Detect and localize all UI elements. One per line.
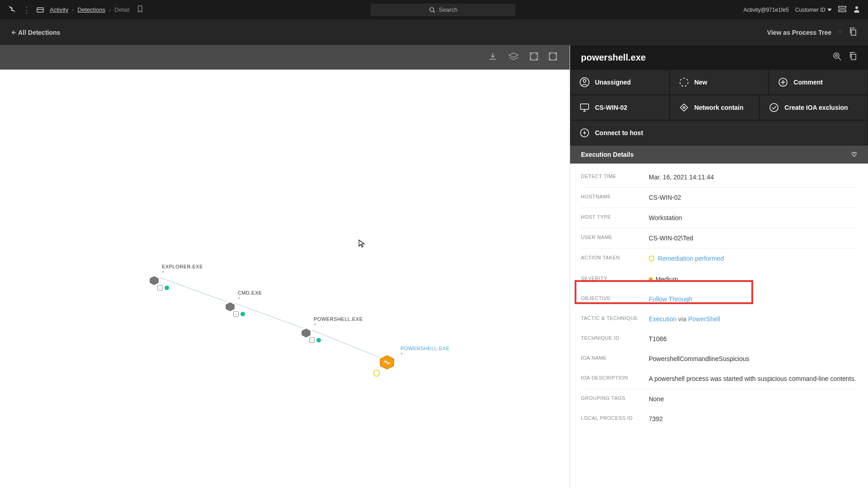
- technique-link[interactable]: PowerShell: [688, 315, 720, 323]
- tree-edge: [312, 330, 379, 357]
- hex-selected-icon[interactable]: [379, 354, 395, 371]
- status-dot-icon: [316, 338, 321, 343]
- menu-dots-icon[interactable]: ⋮: [23, 5, 31, 15]
- pin-icon[interactable]: ♡: [838, 29, 843, 36]
- row-objective: OBJECTIVE Follow Through: [581, 289, 857, 309]
- collapse-toggle-icon[interactable]: −: [157, 285, 163, 291]
- node-label: POWERSHELL.EXE: [314, 316, 363, 322]
- svg-marker-12: [302, 329, 310, 337]
- layers-icon[interactable]: [508, 52, 519, 63]
- section-execution-details[interactable]: Execution Details ♡: [570, 145, 868, 164]
- node-sub-icon: ⌖: [401, 351, 449, 357]
- action-host[interactable]: CS-WIN-02: [570, 95, 670, 120]
- collapse-icon[interactable]: [549, 52, 557, 62]
- customer-id-dropdown[interactable]: Customer ID: [795, 7, 832, 13]
- node-badges: −: [157, 285, 169, 291]
- main-layout: EXPLORER.EXE ⌖ − CMD.EXE ⌖ −: [0, 45, 868, 488]
- svg-point-29: [770, 103, 778, 112]
- breadcrumb: Activity › Detections › Detail: [50, 5, 143, 14]
- panel-actions-row3: Connect to host: [570, 120, 868, 145]
- breadcrumb-activity[interactable]: Activity: [50, 6, 68, 13]
- action-comment[interactable]: Comment: [769, 70, 868, 95]
- tree-node-cmd[interactable]: CMD.EXE ⌖: [238, 290, 262, 301]
- objective-link[interactable]: Follow Through: [649, 296, 692, 303]
- shield-small-icon: [373, 370, 380, 379]
- top-bar: ⋮ Activity › Detections › Detail Search …: [0, 0, 868, 20]
- status-dot-icon: [165, 286, 169, 290]
- action-ioa-exclusion[interactable]: Create IOA exclusion: [760, 95, 868, 120]
- svg-rect-0: [37, 8, 43, 12]
- svg-point-28: [683, 107, 685, 108]
- plus-circle-icon: [778, 77, 788, 87]
- falcon-logo-icon[interactable]: [7, 5, 17, 15]
- back-all-detections[interactable]: All Detections: [11, 29, 60, 36]
- stack-icon[interactable]: [838, 5, 846, 14]
- process-tree-canvas[interactable]: EXPLORER.EXE ⌖ − CMD.EXE ⌖ −: [0, 70, 570, 488]
- zoom-icon[interactable]: [833, 52, 842, 63]
- action-connect-host[interactable]: Connect to host: [570, 120, 868, 145]
- node-badges: −: [309, 338, 321, 343]
- row-technique-id: TECHNIQUE ID T1086: [581, 329, 857, 349]
- user-circle-icon: [580, 77, 590, 87]
- node-label: CMD.EXE: [238, 290, 262, 296]
- tree-node-powershell-1[interactable]: POWERSHELL.EXE ⌖: [314, 316, 363, 327]
- row-tactic-technique: TACTIC & TECHNIQUE Execution via PowerSh…: [581, 309, 857, 329]
- copy-icon[interactable]: [849, 28, 857, 38]
- action-unassigned[interactable]: Unassigned: [570, 70, 670, 95]
- row-detect-time: DETECT TIME Mar. 16, 2021 14:11:44: [581, 167, 857, 188]
- breadcrumb-detections[interactable]: Detections: [78, 6, 105, 13]
- download-icon[interactable]: [488, 52, 497, 63]
- check-circle-icon: [769, 103, 779, 113]
- row-ioa-description: IOA DESCRIPTION A powershell process was…: [581, 369, 857, 389]
- action-network-contain[interactable]: Network contain: [670, 95, 760, 120]
- search-placeholder: Search: [439, 6, 458, 13]
- user-icon[interactable]: [853, 5, 861, 14]
- action-new[interactable]: New: [670, 70, 769, 95]
- collapse-toggle-icon[interactable]: −: [309, 338, 315, 343]
- bookmark-icon[interactable]: [137, 5, 143, 14]
- action-taken-link[interactable]: Remediation performed: [658, 255, 724, 262]
- topbar-right: Activity@971e1fe5 Customer ID: [743, 5, 861, 14]
- module-icon[interactable]: [36, 6, 44, 14]
- canvas-toolbar: [0, 45, 570, 70]
- subbar-right: View as Process Tree ♡: [767, 28, 857, 38]
- row-user-name: USER NAME CS-WIN-02\Ted: [581, 228, 857, 249]
- row-host-type: HOST TYPE Workstation: [581, 208, 857, 228]
- network-icon: [679, 103, 689, 113]
- svg-line-3: [433, 11, 435, 13]
- row-local-pid: LOCAL PROCESS ID 7392: [581, 409, 857, 429]
- copy-icon[interactable]: [849, 52, 857, 63]
- svg-point-6: [855, 6, 858, 9]
- node-sub-icon: ⌖: [238, 296, 262, 301]
- tree-edge: [159, 277, 227, 302]
- panel-actions-row2: CS-WIN-02 Network contain Create IOA exc…: [570, 95, 868, 120]
- node-label: POWERSHELL.EXE: [401, 346, 449, 351]
- tree-node-powershell-2[interactable]: POWERSHELL.EXE ⌖: [401, 346, 449, 357]
- row-hostname: HOSTNAME CS-WIN-02: [581, 188, 857, 208]
- view-as-tree[interactable]: View as Process Tree: [767, 29, 831, 36]
- status-circle-icon: [679, 77, 689, 87]
- hex-icon[interactable]: [301, 328, 311, 338]
- row-action-taken: ACTION TAKEN Remediation performed: [581, 249, 857, 269]
- node-sub-icon: ⌖: [314, 322, 363, 327]
- search-input[interactable]: Search: [371, 4, 515, 16]
- row-grouping-tags: GROUPING TAGS None: [581, 389, 857, 409]
- tactic-link[interactable]: Execution: [649, 315, 676, 323]
- collapse-toggle-icon[interactable]: −: [233, 311, 239, 317]
- hex-icon[interactable]: [149, 276, 159, 286]
- row-severity: SEVERITY Medium: [581, 269, 857, 289]
- search-wrap: Search: [143, 4, 744, 16]
- svg-rect-4: [839, 6, 846, 8]
- svg-point-16: [835, 55, 837, 56]
- svg-rect-7: [851, 30, 856, 35]
- expand-icon[interactable]: [530, 52, 538, 62]
- topbar-left: ⋮ Activity › Detections › Detail: [7, 5, 143, 15]
- node-sub-icon: ⌖: [162, 269, 203, 275]
- panel-header-icons: [833, 52, 857, 63]
- chevron-right-icon: ›: [109, 6, 111, 13]
- sub-bar: All Detections View as Process Tree ♡: [0, 20, 868, 45]
- tree-node-explorer[interactable]: EXPLORER.EXE ⌖: [162, 264, 203, 275]
- hex-icon[interactable]: [225, 302, 235, 312]
- svg-point-2: [430, 7, 434, 11]
- shield-icon: [649, 255, 654, 263]
